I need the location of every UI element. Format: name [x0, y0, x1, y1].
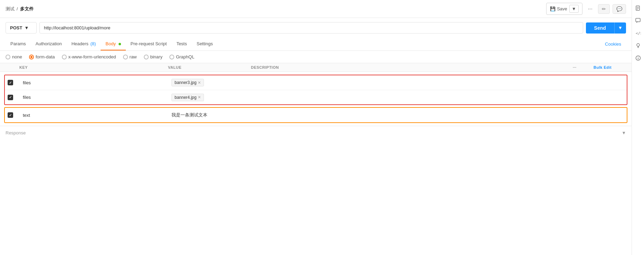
sidebar-icon-chat[interactable]	[633, 15, 644, 26]
headers-badge: (8)	[90, 41, 96, 46]
col-more-header: ···	[573, 65, 594, 69]
sidebar-icon-code[interactable]: </>	[633, 28, 644, 39]
radio-graphql[interactable]: GraphQL	[169, 54, 194, 59]
breadcrumb: 测试 / 多文件	[6, 6, 34, 12]
row2-filename: banner4.jpg	[175, 95, 196, 100]
row2-file-tag: banner4.jpg ✕	[171, 94, 204, 101]
code-icon: </>	[635, 30, 641, 36]
info-icon	[635, 55, 641, 61]
radio-form-data-label: form-data	[36, 54, 55, 59]
radio-form-data[interactable]: form-data	[29, 54, 55, 59]
row3-checkbox[interactable]: ✓	[8, 112, 13, 118]
radio-raw-label: raw	[130, 54, 137, 59]
svg-text:</>: </>	[636, 31, 641, 36]
radio-raw[interactable]: raw	[123, 54, 137, 59]
tab-headers-label: Headers	[72, 41, 88, 46]
body-type-row: none form-data x-www-form-urlencoded raw…	[0, 51, 632, 63]
document-icon	[635, 6, 641, 11]
radio-binary[interactable]: binary	[144, 54, 162, 59]
chat-icon	[635, 18, 641, 23]
radio-form-data-circle	[29, 55, 34, 59]
edit-button[interactable]: ✏	[598, 4, 610, 14]
table-header: KEY VALUE DESCRIPTION ··· Bulk Edit	[0, 63, 632, 72]
table-row: ✓ files banner4.jpg ✕	[5, 90, 627, 104]
save-button[interactable]: 💾 Save ▼	[546, 3, 582, 15]
row2-description[interactable]	[252, 95, 624, 100]
col-description-header: DESCRIPTION	[251, 65, 573, 69]
row3-checkmark: ✓	[9, 113, 12, 117]
tab-body-label: Body	[105, 41, 116, 46]
tab-tests[interactable]: Tests	[171, 38, 192, 50]
method-selector[interactable]: POST ▼	[6, 22, 37, 34]
tab-authorization-label: Authorization	[36, 41, 62, 46]
cookies-link[interactable]: Cookies	[600, 38, 626, 50]
radio-graphql-circle	[169, 55, 174, 59]
radio-urlencoded-circle	[62, 55, 67, 59]
row1-file-tag: banner3.jpg ✕	[171, 79, 204, 86]
sidebar-icon-document[interactable]	[633, 3, 644, 14]
response-section[interactable]: Response ▼	[0, 126, 632, 140]
orange-border-group: ✓ text 我是一条测试文本 文本信息，将展示在 ctx.req.body中	[4, 107, 627, 123]
red-border-group: ✓ files banner3.jpg ✕ ✓	[4, 75, 627, 105]
response-chevron-icon: ▼	[622, 130, 626, 135]
breadcrumb-separator: /	[17, 6, 18, 11]
radio-graphql-label: GraphQL	[176, 54, 194, 59]
row1-value: banner3.jpg ✕	[169, 76, 252, 89]
more-button[interactable]: ···	[585, 4, 595, 13]
tab-authorization[interactable]: Authorization	[31, 38, 67, 50]
tab-pre-request[interactable]: Pre-request Script	[126, 38, 172, 50]
radio-urlencoded-label: x-www-form-urlencoded	[68, 54, 116, 59]
row3-key: text	[20, 110, 169, 121]
sidebar-icon-info[interactable]	[633, 53, 644, 64]
url-input[interactable]	[39, 22, 583, 34]
row2-checkbox[interactable]: ✓	[8, 95, 13, 100]
row2-remove-file[interactable]: ✕	[198, 95, 201, 100]
radio-none[interactable]: none	[6, 54, 22, 59]
tab-headers[interactable]: Headers (8)	[67, 38, 101, 50]
url-bar: POST ▼ Send ▼	[0, 18, 632, 38]
radio-none-label: none	[12, 54, 22, 59]
tab-body[interactable]: Body	[101, 38, 125, 50]
breadcrumb-current: 多文件	[20, 6, 34, 12]
sidebar-icon-lightbulb[interactable]	[633, 40, 644, 51]
col-checkbox-header	[7, 65, 19, 69]
table-row: ✓ text 我是一条测试文本	[5, 108, 627, 122]
send-button[interactable]: Send	[586, 22, 614, 34]
row3-description[interactable]	[252, 112, 624, 118]
tab-settings[interactable]: Settings	[192, 38, 218, 50]
radio-urlencoded[interactable]: x-www-form-urlencoded	[62, 54, 116, 59]
row3-value: 我是一条测试文本	[169, 109, 252, 121]
tab-tests-label: Tests	[176, 41, 187, 46]
top-bar-actions: 💾 Save ▼ ··· ✏ 💬	[546, 3, 626, 15]
svg-rect-6	[636, 18, 640, 22]
save-icon: 💾	[550, 6, 556, 11]
row1-check: ✓	[8, 80, 20, 85]
row1-description[interactable]	[252, 80, 624, 85]
row3-text-value: 我是一条测试文本	[171, 112, 207, 118]
tab-params[interactable]: Params	[6, 38, 31, 50]
row3-check: ✓	[8, 112, 20, 118]
row1-remove-file[interactable]: ✕	[198, 81, 201, 85]
col-bulk-edit-header[interactable]: Bulk Edit	[594, 65, 625, 69]
row1-checkbox[interactable]: ✓	[8, 80, 13, 85]
table-body: ✓ files banner3.jpg ✕ ✓	[0, 72, 632, 126]
radio-none-circle	[6, 55, 10, 59]
row2-checkmark: ✓	[9, 95, 12, 99]
radio-binary-circle	[144, 55, 149, 59]
svg-point-14	[638, 57, 638, 57]
top-bar: 测试 / 多文件 💾 Save ▼ ··· ✏ 💬	[0, 0, 632, 18]
send-button-wrapper: Send ▼	[586, 22, 626, 34]
row1-checkmark: ✓	[9, 81, 12, 85]
radio-binary-label: binary	[150, 54, 162, 59]
row1-key: files	[20, 77, 169, 88]
svg-point-8	[637, 44, 640, 46]
body-dot	[119, 43, 121, 45]
lightbulb-icon	[635, 43, 641, 48]
comment-button[interactable]: 💬	[613, 4, 626, 14]
right-sidebar: </>	[632, 0, 644, 255]
method-dropdown-icon: ▼	[24, 25, 29, 30]
send-dropdown-button[interactable]: ▼	[614, 22, 626, 34]
save-label: Save	[557, 6, 567, 11]
save-dropdown-arrow[interactable]: ▼	[569, 5, 579, 13]
row2-value: banner4.jpg ✕	[169, 91, 252, 104]
